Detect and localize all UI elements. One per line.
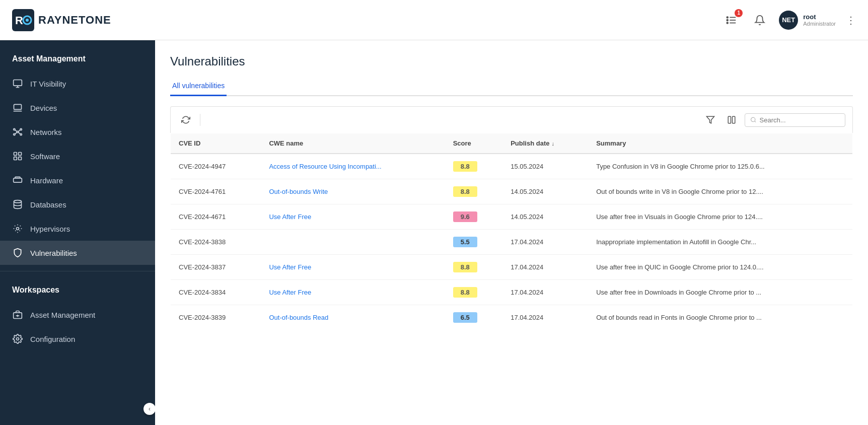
svg-rect-37 bbox=[728, 116, 731, 123]
cell-publish-date: 15.05.2024 bbox=[502, 154, 588, 179]
top-header: R RAYNETONE 1 NET bbox=[0, 0, 868, 40]
notification-badge: 1 bbox=[735, 9, 743, 17]
cell-cwe-name bbox=[261, 230, 445, 255]
table-row[interactable]: CVE-2024-4761 Out-of-bounds Write 8.8 14… bbox=[171, 179, 853, 204]
database-icon bbox=[12, 199, 23, 210]
cell-summary: Out of bounds read in Fonts in Google Ch… bbox=[588, 305, 852, 330]
sidebar: Asset Management IT Visibility Devices bbox=[0, 40, 155, 425]
sidebar-item-databases[interactable]: Databases bbox=[0, 192, 155, 217]
search-icon bbox=[750, 116, 757, 123]
filter-btn[interactable] bbox=[702, 112, 718, 128]
more-options-icon[interactable]: ⋮ bbox=[846, 14, 856, 26]
sidebar-label-it-visibility: IT Visibility bbox=[30, 80, 66, 88]
svg-line-23 bbox=[19, 132, 20, 134]
sidebar-item-devices[interactable]: Devices bbox=[0, 96, 155, 120]
content-area: Vulnerabilities All vulnerabilities bbox=[155, 40, 868, 425]
shield-icon bbox=[12, 247, 23, 258]
table-row[interactable]: CVE-2024-3839 Out-of-bounds Read 6.5 17.… bbox=[171, 305, 853, 330]
cell-score: 8.8 bbox=[445, 255, 502, 280]
col-header-publish-date[interactable]: Publish date ↓ bbox=[502, 133, 588, 154]
svg-rect-24 bbox=[14, 153, 17, 156]
search-input[interactable] bbox=[760, 116, 840, 124]
svg-rect-27 bbox=[19, 157, 22, 160]
refresh-btn[interactable] bbox=[178, 112, 194, 128]
svg-line-22 bbox=[15, 132, 17, 134]
col-header-cve-id: CVE ID bbox=[171, 133, 261, 154]
sidebar-label-vulnerabilities: Vulnerabilities bbox=[30, 249, 77, 257]
cell-summary: Inappropriate implementation in Autofill… bbox=[588, 230, 852, 255]
sidebar-item-hypervisors[interactable]: Hypervisors bbox=[0, 217, 155, 241]
cell-publish-date: 17.04.2024 bbox=[502, 305, 588, 330]
workspaces-section-title: Workspaces bbox=[0, 277, 155, 303]
table-row[interactable]: CVE-2024-3838 5.5 17.04.2024 Inappropria… bbox=[171, 230, 853, 255]
svg-point-8 bbox=[727, 19, 729, 21]
col-header-summary: Summary bbox=[588, 133, 852, 154]
sidebar-item-configuration[interactable]: Configuration bbox=[0, 327, 155, 351]
grid-icon bbox=[12, 151, 23, 162]
cell-cve-id: CVE-2024-3839 bbox=[171, 305, 261, 330]
svg-line-21 bbox=[19, 130, 20, 131]
bell-icon-btn[interactable] bbox=[751, 11, 769, 29]
sidebar-item-vulnerabilities[interactable]: Vulnerabilities bbox=[0, 241, 155, 265]
laptop-icon bbox=[12, 102, 23, 113]
user-role: Administrator bbox=[803, 21, 836, 27]
cell-summary: Type Confusion in V8 in Google Chrome pr… bbox=[588, 154, 852, 179]
columns-btn[interactable] bbox=[724, 112, 740, 128]
cell-cwe-name: Use After Free bbox=[261, 255, 445, 280]
tab-all-vulnerabilities[interactable]: All vulnerabilities bbox=[170, 77, 227, 96]
cell-cwe-name: Use After Free bbox=[261, 204, 445, 230]
user-info: root Administrator bbox=[803, 13, 836, 27]
main-area: Asset Management IT Visibility Devices bbox=[0, 40, 868, 425]
briefcase-icon bbox=[12, 309, 23, 320]
table-row[interactable]: CVE-2024-3837 Use After Free 8.8 17.04.2… bbox=[171, 255, 853, 280]
svg-point-39 bbox=[751, 117, 755, 121]
cell-summary: Out of bounds write in V8 in Google Chro… bbox=[588, 179, 852, 204]
svg-rect-38 bbox=[733, 116, 735, 123]
svg-point-15 bbox=[17, 131, 18, 132]
cell-cwe-name: Use After Free bbox=[261, 280, 445, 305]
table-row[interactable]: CVE-2024-4947 Access of Resource Using I… bbox=[171, 154, 853, 179]
cell-score: 5.5 bbox=[445, 230, 502, 255]
svg-point-9 bbox=[727, 22, 729, 24]
sidebar-item-asset-management[interactable]: Asset Management bbox=[0, 303, 155, 327]
toolbar-left bbox=[178, 112, 202, 128]
col-header-score: Score bbox=[445, 133, 502, 154]
gear-icon bbox=[12, 333, 23, 344]
sidebar-item-networks[interactable]: Networks bbox=[0, 120, 155, 144]
sidebar-label-hypervisors: Hypervisors bbox=[30, 225, 70, 233]
svg-point-19 bbox=[20, 133, 22, 135]
table-row[interactable]: CVE-2024-3834 Use After Free 8.8 17.04.2… bbox=[171, 280, 853, 305]
sidebar-item-software[interactable]: Software bbox=[0, 144, 155, 168]
avatar: NET bbox=[779, 11, 798, 30]
search-box[interactable] bbox=[745, 113, 845, 127]
cell-score: 8.8 bbox=[445, 280, 502, 305]
svg-point-18 bbox=[14, 133, 15, 135]
svg-rect-13 bbox=[14, 104, 22, 109]
svg-point-35 bbox=[17, 338, 19, 340]
sidebar-label-devices: Devices bbox=[30, 104, 57, 112]
svg-rect-25 bbox=[19, 153, 22, 156]
svg-point-31 bbox=[17, 228, 19, 230]
svg-text:R: R bbox=[15, 14, 23, 27]
sidebar-item-it-visibility[interactable]: IT Visibility bbox=[0, 72, 155, 96]
sidebar-collapse-btn[interactable]: ‹ bbox=[143, 403, 155, 415]
svg-point-7 bbox=[727, 17, 729, 18]
sidebar-item-hardware[interactable]: Hardware bbox=[0, 168, 155, 192]
avatar-area[interactable]: NET root Administrator bbox=[779, 11, 836, 30]
monitor-icon bbox=[12, 78, 23, 89]
table-row[interactable]: CVE-2024-4671 Use After Free 9.6 14.05.2… bbox=[171, 204, 853, 230]
logo-area: R RAYNETONE bbox=[12, 9, 111, 31]
svg-rect-10 bbox=[14, 80, 22, 86]
cell-cve-id: CVE-2024-4761 bbox=[171, 179, 261, 204]
cell-cve-id: CVE-2024-3838 bbox=[171, 230, 261, 255]
user-name: root bbox=[803, 13, 836, 21]
page-title: Vulnerabilities bbox=[170, 54, 853, 68]
cell-score: 9.6 bbox=[445, 204, 502, 230]
svg-point-30 bbox=[14, 200, 22, 203]
table-toolbar bbox=[170, 106, 853, 133]
vulnerabilities-table: CVE ID CWE name Score Publish date ↓ Sum… bbox=[170, 133, 853, 330]
hypervisor-icon bbox=[12, 223, 23, 234]
svg-line-20 bbox=[15, 130, 17, 131]
cell-score: 6.5 bbox=[445, 305, 502, 330]
list-icon-btn[interactable]: 1 bbox=[722, 11, 741, 29]
